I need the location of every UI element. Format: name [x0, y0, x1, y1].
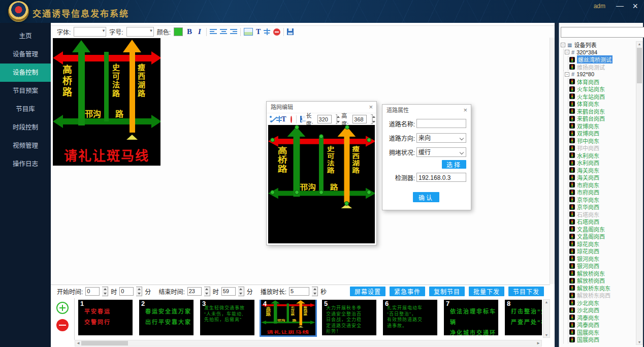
- tree-device[interactable]: 海关岗西: [569, 174, 635, 181]
- align-right-icon[interactable]: [230, 29, 237, 35]
- screen-settings-button[interactable]: 屏幕设置: [350, 287, 385, 296]
- sign-preview[interactable]: 高桥路 史可法路 瘦西湖路 邗沟 路 请礼让斑马线: [261, 300, 315, 334]
- tree-device[interactable]: 解放桥岗东: [569, 270, 635, 277]
- editor-road-map[interactable]: 高桥路 史可法路 瘦西湖路 邗沟 路 请礼让斑马线: [268, 125, 375, 230]
- sidebar-item-节目库[interactable]: 节目库: [0, 100, 51, 118]
- node-handle[interactable]: [319, 190, 324, 195]
- tree-device[interactable]: 琼花岗西: [569, 247, 635, 255]
- start-hour-input[interactable]: 0: [85, 287, 100, 296]
- tree-scrollbar[interactable]: ▲ ▼: [636, 41, 643, 345]
- sidebar-item-主页[interactable]: 主页: [0, 27, 51, 45]
- color-swatch[interactable]: [174, 27, 183, 36]
- duration-stepper[interactable]: [312, 287, 318, 296]
- playlist-item[interactable]: 4 高桥路 史可法路 瘦西湖路 邗沟 路 请礼让斑马线: [261, 300, 315, 335]
- tree-device[interactable]: 鸿泰岗东: [569, 314, 635, 322]
- bold-button[interactable]: B: [186, 27, 193, 36]
- road-editor-canvas[interactable]: 高桥路 史可法路 瘦西湖路 邗沟 路 请礼让斑马线: [268, 125, 375, 243]
- node-handle[interactable]: [270, 190, 275, 195]
- scroll-left-icon[interactable]: ◄: [76, 340, 80, 346]
- collapse-toggle[interactable]: -: [565, 72, 569, 77]
- road-network-icon[interactable]: [264, 28, 270, 35]
- tree-device[interactable]: 双博岗东: [569, 122, 635, 130]
- remove-program-button[interactable]: [56, 319, 69, 331]
- sidebar-item-视频管理[interactable]: 视频管理: [0, 137, 51, 155]
- align-left-icon[interactable]: [210, 29, 217, 35]
- select-detector-button[interactable]: 选择: [442, 160, 466, 169]
- close-icon[interactable]: ×: [369, 102, 373, 113]
- start-minute-input[interactable]: 0: [119, 287, 134, 296]
- tree-device[interactable]: 沙北岗西: [569, 306, 635, 314]
- playlist-item[interactable]: 5大力开展秋冬季交通安全整治百日会战，全力稳定道路交通安全形势！: [322, 300, 376, 335]
- tree-device[interactable]: 京华岗东: [569, 196, 635, 204]
- tree-device[interactable]: 鸿泰岗西: [569, 321, 635, 329]
- tree-group[interactable]: -#192*80: [565, 71, 635, 78]
- road-direction-select[interactable]: 来向: [416, 133, 466, 143]
- playlist-item[interactable]: 3发生轻微交通事故“人未伤，车能动,先拍照，后撤离”: [200, 300, 254, 335]
- tree-root[interactable]: - ▦ 设备列表: [561, 41, 635, 49]
- batch-send-button[interactable]: 批量下发: [469, 287, 504, 296]
- road-properties-titlebar[interactable]: 道路属性 ×: [382, 105, 471, 116]
- scrollbar-thumb[interactable]: [81, 341, 128, 345]
- node-handle[interactable]: [295, 190, 299, 195]
- align-center-icon[interactable]: [220, 29, 227, 35]
- node-handle[interactable]: [270, 138, 275, 142]
- sidebar-item-节目预案[interactable]: 节目预案: [0, 82, 51, 100]
- tree-device[interactable]: 螺丝湾桥测试: [569, 56, 635, 64]
- font-select[interactable]: [74, 27, 106, 37]
- height-input[interactable]: 368: [352, 115, 367, 123]
- tree-device[interactable]: 市府岗西: [569, 188, 635, 196]
- confirm-button[interactable]: 确认: [413, 192, 439, 202]
- end-hour-stepper[interactable]: [204, 287, 210, 296]
- tree-device[interactable]: 来鹤台岗东: [569, 108, 635, 115]
- length-stepper[interactable]: [336, 114, 338, 124]
- scroll-up-icon[interactable]: ▲: [543, 300, 550, 304]
- congestion-select[interactable]: 缓行: [416, 147, 466, 157]
- node-handle[interactable]: [344, 201, 349, 206]
- playlist-item[interactable]: 8打击整治“灯严查严处“机: [505, 300, 542, 335]
- tree-device[interactable]: 银河岗东: [569, 255, 635, 263]
- tree-device[interactable]: 邗中岗西: [569, 144, 635, 152]
- program-send-button[interactable]: 节目下发: [508, 287, 544, 296]
- close-icon[interactable]: ×: [632, 1, 638, 12]
- canvas-scrollbar[interactable]: [550, 38, 555, 284]
- save-icon[interactable]: [300, 116, 302, 122]
- scroll-right-icon[interactable]: ►: [536, 340, 540, 346]
- tree-device[interactable]: 银河岗西: [569, 262, 635, 270]
- logged-in-user[interactable]: adm: [594, 3, 605, 10]
- node-handle[interactable]: [295, 125, 299, 130]
- tree-device[interactable]: 维扬岗测试: [569, 64, 635, 71]
- panel-splitter[interactable]: [555, 23, 559, 347]
- playlist-horizontal-scrollbar[interactable]: ◄ ►: [75, 340, 542, 346]
- font-size-select[interactable]: [126, 27, 154, 37]
- end-minute-stepper[interactable]: [238, 287, 244, 296]
- node-handle[interactable]: [367, 190, 371, 195]
- draw-line-icon[interactable]: [270, 116, 272, 122]
- tree-device[interactable]: 邗中岗东: [569, 137, 635, 145]
- sign-preview[interactable]: 高桥路 史可法路 瘦西湖路 邗沟 路 请礼让斑马线: [53, 38, 160, 166]
- tree-device[interactable]: 国展岗西: [569, 336, 635, 343]
- tree-device[interactable]: 火车站岗西: [569, 93, 635, 101]
- playlist-item[interactable]: 6扎实开展电动车“百日整治”，有效预防道路交通事故。: [383, 300, 437, 335]
- scroll-up-icon[interactable]: ▲: [636, 42, 642, 46]
- duration-input[interactable]: 5: [289, 287, 309, 296]
- search-input[interactable]: [561, 27, 644, 38]
- tree-device[interactable]: 石塔岗东: [569, 211, 635, 218]
- tree-device[interactable]: 体育岗东: [569, 100, 635, 108]
- scroll-down-icon[interactable]: ▼: [636, 340, 642, 344]
- detector-input[interactable]: 192.168.0.3: [416, 173, 466, 182]
- node-handle[interactable]: [345, 125, 349, 130]
- tree-device[interactable]: 沙北岗东: [569, 299, 635, 307]
- length-input[interactable]: 320: [317, 115, 332, 123]
- collapse-toggle[interactable]: -: [565, 50, 569, 54]
- tree-device[interactable]: 京华岗西: [569, 203, 635, 211]
- tree-device[interactable]: 石塔岗西: [569, 218, 635, 226]
- road-editor-titlebar[interactable]: 路网编辑 ×: [267, 102, 376, 113]
- scroll-down-icon[interactable]: ▼: [543, 333, 550, 337]
- scrollbar-thumb[interactable]: [637, 48, 642, 83]
- minimize-icon[interactable]: —: [616, 1, 624, 10]
- road-cross-icon[interactable]: [276, 116, 277, 122]
- end-minute-input[interactable]: 59: [221, 287, 236, 296]
- insert-image-icon[interactable]: [244, 28, 253, 36]
- tree-device[interactable]: 水利岗东: [569, 152, 635, 160]
- tree-device[interactable]: 解放桥东岗西: [569, 292, 635, 299]
